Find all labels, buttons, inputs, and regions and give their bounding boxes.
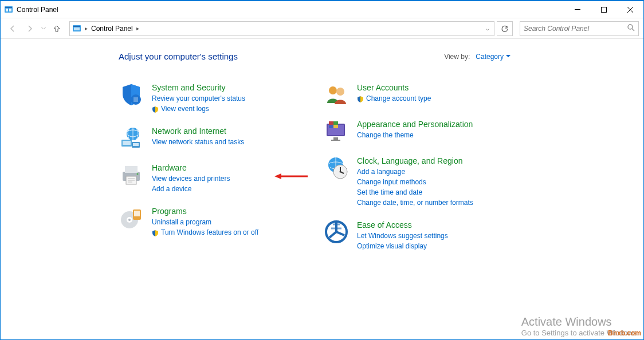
svg-rect-13	[133, 97, 138, 102]
content-header: Adjust your computer's settings View by:…	[119, 52, 643, 61]
column-right: User Accounts Change account type Appear…	[324, 82, 523, 263]
title-bar: Control Panel	[1, 1, 643, 18]
category-link[interactable]: Set the time and date	[357, 187, 473, 197]
svg-rect-33	[329, 121, 333, 125]
search-box[interactable]	[520, 21, 639, 36]
svg-rect-18	[133, 143, 139, 146]
svg-point-11	[628, 25, 633, 29]
user-accounts-icon	[324, 82, 349, 107]
category-link[interactable]: Change date, time, or number formats	[357, 197, 473, 208]
category-title[interactable]: Network and Internet	[152, 126, 244, 136]
view-by-dropdown[interactable]: Category	[476, 53, 511, 61]
maximize-button[interactable]	[591, 1, 617, 18]
svg-rect-3	[9, 9, 11, 10]
category-link[interactable]: Review your computer's status	[152, 93, 245, 104]
svg-rect-38	[331, 140, 340, 141]
svg-rect-5	[9, 10, 11, 11]
category-link[interactable]: Let Windows suggest settings	[357, 231, 448, 241]
view-by-value: Category	[476, 53, 504, 61]
uac-shield-icon	[152, 229, 159, 236]
window-controls	[564, 1, 643, 18]
category-link[interactable]: Optimize visual display	[357, 241, 448, 251]
breadcrumb-sep-icon[interactable]: ▸	[136, 25, 139, 31]
watermark-title: Activate Windows	[521, 315, 639, 329]
category-link[interactable]: Change account type	[357, 93, 431, 104]
category-system-security: System and Security Review your computer…	[119, 82, 301, 114]
category-link[interactable]: Change the theme	[357, 130, 473, 140]
appearance-icon	[324, 118, 349, 144]
uac-shield-icon	[152, 105, 159, 112]
svg-rect-27	[134, 211, 140, 216]
svg-rect-2	[6, 9, 8, 10]
svg-point-28	[329, 86, 337, 94]
svg-rect-16	[123, 141, 131, 145]
category-link[interactable]: Change input methods	[357, 177, 473, 187]
control-panel-icon	[4, 5, 13, 14]
category-title[interactable]: System and Security	[152, 83, 245, 92]
network-icon	[119, 125, 144, 151]
address-bar[interactable]: ▸ Control Panel ▸ ⌵	[69, 21, 494, 36]
programs-icon	[119, 205, 144, 231]
category-title[interactable]: Appearance and Personalization	[357, 120, 473, 129]
close-button[interactable]	[617, 1, 643, 18]
svg-rect-20	[125, 166, 138, 173]
category-title[interactable]: Hardware	[152, 163, 230, 172]
svg-point-22	[137, 173, 139, 175]
category-title[interactable]: Programs	[152, 207, 258, 216]
address-icon	[72, 24, 81, 33]
category-clock-language-region: Clock, Language, and Region Add a langua…	[324, 155, 523, 208]
category-network-internet: Network and Internet View network status…	[119, 125, 301, 151]
refresh-button[interactable]	[497, 21, 513, 36]
category-user-accounts: User Accounts Change account type	[324, 82, 523, 107]
up-button[interactable]	[50, 22, 64, 35]
svg-rect-7	[602, 7, 607, 12]
category-link[interactable]: Uninstall a program	[152, 217, 258, 227]
category-hardware: Hardware View devices and printers Add a…	[119, 162, 301, 194]
svg-rect-6	[575, 9, 580, 10]
category-appearance: Appearance and Personalization Change th…	[324, 118, 523, 144]
svg-rect-37	[333, 137, 338, 140]
recent-dropdown[interactable]	[40, 21, 48, 36]
svg-point-25	[128, 219, 131, 221]
category-title[interactable]: Clock, Language, and Region	[357, 156, 473, 165]
search-input[interactable]	[524, 25, 627, 33]
svg-rect-10	[74, 27, 80, 30]
ease-of-access-icon	[324, 219, 349, 244]
search-icon[interactable]	[627, 23, 635, 34]
categories-grid: System and Security Review your computer…	[119, 82, 643, 263]
forward-button[interactable]	[22, 21, 37, 36]
shield-icon	[119, 82, 144, 107]
column-left: System and Security Review your computer…	[119, 82, 301, 263]
category-programs: Programs Uninstall a program Turn Window…	[119, 205, 301, 238]
breadcrumb-sep-icon[interactable]: ▸	[85, 25, 88, 31]
toolbar: ▸ Control Panel ▸ ⌵	[1, 18, 643, 39]
category-link[interactable]: View devices and printers	[152, 173, 230, 184]
svg-rect-9	[73, 26, 80, 27]
svg-rect-34	[333, 121, 338, 125]
address-dropdown-icon[interactable]: ⌵	[484, 25, 492, 31]
title-left: Control Panel	[4, 5, 58, 14]
svg-point-41	[340, 171, 341, 173]
view-by-label: View by:	[444, 53, 470, 61]
minimize-button[interactable]	[564, 1, 591, 18]
svg-rect-35	[329, 125, 333, 128]
back-button[interactable]	[5, 21, 20, 36]
category-title[interactable]: Ease of Access	[357, 220, 448, 230]
page-title: Adjust your computer's settings	[119, 52, 238, 61]
svg-rect-1	[5, 7, 12, 8]
uac-shield-icon	[357, 95, 364, 102]
brand-watermark: Bnxb.com	[608, 329, 641, 337]
chevron-down-icon	[506, 55, 511, 58]
category-link[interactable]: Turn Windows features on or off	[152, 227, 258, 238]
category-link[interactable]: Add a device	[152, 184, 230, 194]
window-title: Control Panel	[17, 6, 58, 14]
clock-region-icon	[324, 155, 349, 180]
category-link[interactable]: View network status and tasks	[152, 137, 244, 147]
category-ease-of-access: Ease of Access Let Windows suggest setti…	[324, 219, 523, 251]
breadcrumb-item[interactable]: Control Panel	[91, 25, 133, 33]
category-title[interactable]: User Accounts	[357, 83, 431, 92]
svg-rect-4	[6, 10, 8, 11]
view-by-control: View by: Category	[444, 53, 511, 61]
category-link-add-language[interactable]: Add a language	[357, 167, 473, 177]
category-link[interactable]: View event logs	[152, 104, 245, 114]
